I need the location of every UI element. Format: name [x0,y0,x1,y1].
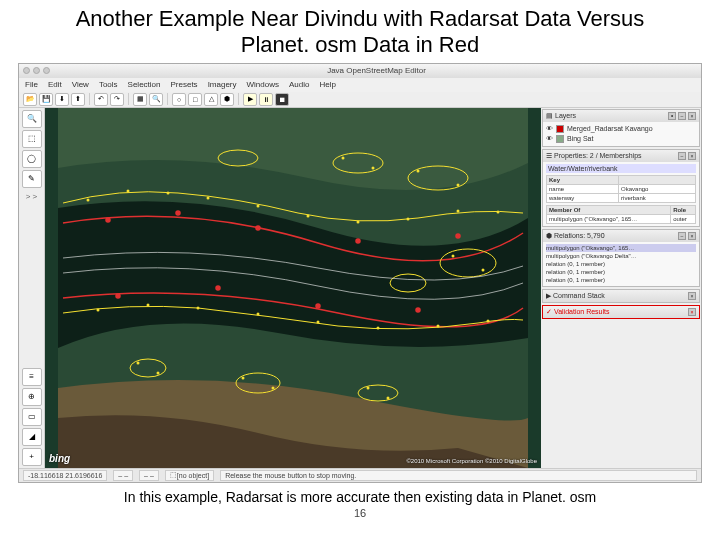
upload-button[interactable]: ⬆ [71,93,85,106]
svg-point-29 [147,303,150,306]
preset-button[interactable]: □ [188,93,202,106]
add-tool[interactable]: + [22,448,42,466]
undo-button[interactable]: ↶ [94,93,108,106]
audio-stop-button[interactable]: ⏹ [275,93,289,106]
relation-row[interactable]: relation (0, 1 member) [546,268,696,276]
menu-file[interactable]: File [25,80,38,89]
svg-point-30 [197,306,200,309]
svg-point-45 [387,396,390,399]
panel-action-icon[interactable]: ⚬ [668,112,676,120]
expand-toolbar[interactable]: > > [26,192,38,201]
properties-panel: ☰ Properties: 2 / Memberships – × Water/… [542,149,700,227]
menu-tools[interactable]: Tools [99,80,118,89]
minimize-icon[interactable] [33,67,40,74]
selection-summary: Water/Water/riverbank [546,164,696,173]
parallel-tool[interactable]: ≡ [22,368,42,386]
audio-pause-button[interactable]: ⏸ [259,93,273,106]
tags-table: Key nameOkavango waterwayriverbank [546,175,696,203]
layer-name: Bing Sat [567,135,593,142]
audio-play-button[interactable]: ▶ [243,93,257,106]
svg-point-3 [256,226,260,230]
search-button[interactable]: 🔍 [149,93,163,106]
lasso-tool[interactable]: ◯ [22,150,42,168]
select-tool[interactable]: ⬚ [22,130,42,148]
menubar: File Edit View Tools Selection Presets I… [19,78,701,92]
page-number: 16 [0,507,720,519]
layer-row[interactable]: 👁 Bing Sat [546,134,696,144]
panel-close-icon[interactable]: × [688,308,696,316]
relation-row[interactable]: multipolygon ("Okavango Delta"… [546,252,696,260]
angle-tool[interactable]: ◢ [22,428,42,446]
preset-button[interactable]: △ [204,93,218,106]
redo-button[interactable]: ↷ [110,93,124,106]
zoom-tool[interactable]: 🔍 [22,110,42,128]
svg-point-36 [342,156,345,159]
save-button[interactable]: 💾 [39,93,53,106]
panel-close-icon[interactable]: × [688,152,696,160]
command-stack-panel: ▶ Command Stack × [542,289,700,303]
relation-row[interactable]: relation (0, 1 member) [546,260,696,268]
download-button[interactable]: ⬇ [55,93,69,106]
window-title: Java OpenStreetMap Editor [56,66,697,75]
bing-logo: bing [49,453,70,464]
svg-point-31 [257,312,260,315]
svg-point-18 [87,198,90,201]
menu-presets[interactable]: Presets [171,80,198,89]
menu-edit[interactable]: Edit [48,80,62,89]
svg-point-44 [367,386,370,389]
layer-swatch [556,125,564,133]
relation-row[interactable]: relation (0, 1 member) [546,276,696,284]
svg-point-22 [257,204,260,207]
svg-point-39 [457,183,460,186]
panel-action-icon[interactable]: – [678,232,686,240]
role-header: Role [671,205,696,214]
panel-close-icon[interactable]: × [688,292,696,300]
left-toolbar: 🔍 ⬚ ◯ ✎ > > ≡ ⊕ ▭ ◢ + [19,108,45,468]
panel-action-icon[interactable]: – [678,152,686,160]
slide-title: Another Example Near Divindu with Radars… [0,0,720,63]
status-object: ⬚ [no object] [165,470,214,481]
map-svg [45,108,541,468]
menu-help[interactable]: Help [319,80,335,89]
svg-point-1 [106,218,110,222]
menu-windows[interactable]: Windows [247,80,279,89]
open-button[interactable]: 📂 [23,93,37,106]
key-header: Key [547,175,619,184]
improve-tool[interactable]: ⊕ [22,388,42,406]
preset-button[interactable]: ○ [172,93,186,106]
svg-point-47 [482,268,485,271]
map-canvas[interactable]: bing ©2010 Microsoft Corporation ©2010 D… [45,108,541,468]
layer-row[interactable]: 👁 Merged_Radarsat Kavango [546,124,696,134]
table-row[interactable]: nameOkavango [547,184,696,193]
maximize-icon[interactable] [43,67,50,74]
panel-action-icon[interactable]: – [678,112,686,120]
svg-point-21 [207,196,210,199]
menu-imagery[interactable]: Imagery [208,80,237,89]
svg-point-34 [437,324,440,327]
panel-close-icon[interactable]: × [688,112,696,120]
layers-icon: ▤ [546,112,553,120]
svg-point-4 [356,239,360,243]
eye-icon[interactable]: 👁 [546,135,553,142]
svg-point-7 [216,286,220,290]
menu-selection[interactable]: Selection [128,80,161,89]
close-icon[interactable] [23,67,30,74]
memberof-header: Member Of [547,205,671,214]
svg-point-38 [417,169,420,172]
building-tool[interactable]: ▭ [22,408,42,426]
grid-button[interactable]: ▦ [133,93,147,106]
menu-audio[interactable]: Audio [289,80,309,89]
panel-close-icon[interactable]: × [688,232,696,240]
menu-view[interactable]: View [72,80,89,89]
svg-point-40 [137,361,140,364]
draw-tool[interactable]: ✎ [22,170,42,188]
relation-row[interactable]: multipolygon ("Okavango", 165… [546,244,696,252]
eye-icon[interactable]: 👁 [546,125,553,132]
svg-point-35 [487,319,490,322]
panel-title: Properties: 2 / Memberships [554,152,642,159]
svg-point-37 [372,166,375,169]
preset-button[interactable]: ⬢ [220,93,234,106]
table-row[interactable]: multipolygon ("Okavango", 165…outer [547,214,696,223]
layer-swatch [556,135,564,143]
table-row[interactable]: waterwayriverbank [547,193,696,202]
